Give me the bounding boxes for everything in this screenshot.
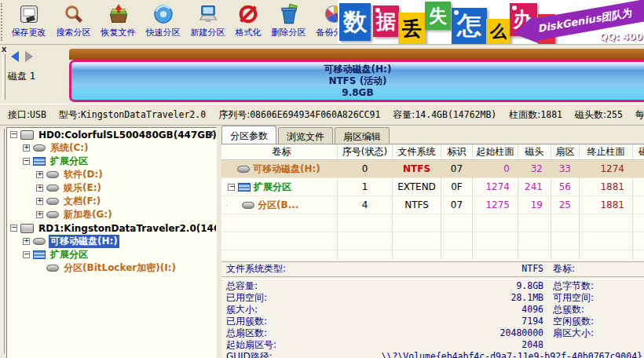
tab-browse-files[interactable]: 浏览文件 bbox=[278, 127, 333, 144]
tab-partition-params[interactable]: 分区参数 bbox=[221, 126, 276, 144]
ad-banner[interactable]: 数 据 丢 失 怎 么 办 ! DiskGenius团队为 QQ: 400 bbox=[338, 0, 644, 44]
col-filesystem[interactable]: 文件系统 bbox=[393, 144, 441, 159]
detail-label: 空闲簇数: bbox=[553, 316, 594, 327]
info-label: 容量: bbox=[393, 109, 415, 120]
collapse-icon[interactable] bbox=[23, 251, 30, 258]
col-end-cyl[interactable]: 终止柱面 bbox=[580, 144, 633, 159]
tree-item-extended[interactable]: 扩展分区 bbox=[7, 155, 216, 168]
quick-partition-button[interactable]: 快速分区 bbox=[141, 0, 185, 44]
info-value: 1881 bbox=[540, 109, 562, 120]
tree-item-bitlocker-i[interactable]: 分区(BitLocker加密)(I:) bbox=[7, 261, 216, 275]
tab-strip: 分区参数 浏览文件 扇区编辑 bbox=[221, 127, 644, 144]
panel-grip[interactable] bbox=[2, 54, 5, 100]
banner-tile: 数 bbox=[339, 3, 371, 41]
partition-table: 卷标 序号(状态) 文件系统 标识 起始柱面 磁头 扇区 终止柱面 磁头 可移动… bbox=[221, 144, 644, 260]
toolbar-button-label: 新建分区 bbox=[191, 27, 225, 38]
extended-partition-icon bbox=[33, 157, 46, 166]
tree-item-system-c[interactable]: 系统(C:) bbox=[7, 141, 216, 155]
volume-icon bbox=[242, 202, 254, 209]
partition-bar-h[interactable]: 可移动磁盘(H:) NTFS (活动) 9.8GB bbox=[69, 60, 644, 102]
search-partition-button[interactable]: 搜索分区 bbox=[51, 0, 96, 44]
table-row[interactable]: 可移动磁盘(H:) 0 NTFS 07 0 32 33 1274 bbox=[221, 160, 644, 178]
partition-size: 9.8GB bbox=[342, 87, 373, 99]
volume-icon bbox=[46, 198, 59, 205]
toolbar-button-label: 删除分区 bbox=[272, 27, 306, 38]
banner-tile: 丢 bbox=[398, 13, 426, 44]
banner-tile: 据 bbox=[373, 5, 399, 37]
col-end-head[interactable]: 磁头 bbox=[633, 144, 644, 159]
detail-label: 总容量: bbox=[226, 280, 258, 292]
partition-name: 可移动磁盘(H:) bbox=[324, 64, 392, 75]
detail-label: 可用空间: bbox=[553, 292, 594, 304]
info-value: 08606E694934F060A826CC91 bbox=[250, 109, 380, 120]
panel-grip[interactable] bbox=[2, 129, 5, 353]
col-start-head[interactable]: 磁头 bbox=[518, 144, 551, 159]
tree-item-docs-f[interactable]: 文档(F:) bbox=[7, 195, 216, 208]
save-changes-button[interactable]: 保存更改 bbox=[6, 0, 51, 44]
table-row[interactable]: 扩展分区 1 EXTEND 0F 1274 241 56 1881 bbox=[221, 178, 644, 196]
toolbar-button-label: 快速分区 bbox=[146, 27, 181, 38]
recover-files-button[interactable]: 恢复文件 bbox=[96, 0, 141, 44]
toolbar-grip[interactable] bbox=[1, 3, 5, 41]
detail-label: 卷标: bbox=[553, 262, 575, 276]
close-icon[interactable]: x bbox=[209, 129, 214, 137]
tree-elbow bbox=[226, 205, 242, 206]
volume-icon bbox=[237, 166, 250, 173]
disk-header-bar[interactable] bbox=[69, 49, 644, 60]
detail-label: 起始扇区号: bbox=[226, 339, 276, 351]
delete-partition-button[interactable]: 删除分区 bbox=[266, 0, 311, 44]
hdd-icon bbox=[20, 224, 34, 233]
col-start-cyl[interactable]: 起始柱面 bbox=[473, 144, 518, 159]
table-row[interactable]: 分区(B... 4 NTFS 07 1275 19 25 1881 bbox=[221, 196, 644, 214]
disk-label: 磁盘 1 bbox=[8, 70, 35, 83]
col-index-status[interactable]: 序号(状态) bbox=[338, 144, 393, 159]
recover-files-icon bbox=[108, 3, 130, 25]
format-button[interactable]: 格式化 bbox=[230, 0, 266, 44]
expand-icon[interactable] bbox=[23, 144, 30, 152]
info-value: 255 bbox=[606, 109, 623, 120]
prev-disk-icon[interactable] bbox=[11, 51, 19, 62]
collapse-icon[interactable] bbox=[10, 131, 17, 138]
banner-tile: 么 bbox=[486, 19, 510, 44]
tree-item-removable-h[interactable]: 可移动磁盘(H:) bbox=[7, 235, 216, 248]
tree-item-hd0[interactable]: HD0:ColorfulSL500480GB(447GB) bbox=[7, 128, 216, 141]
expand-icon[interactable] bbox=[36, 171, 43, 178]
right-panel: 分区参数 浏览文件 扇区编辑 卷标 序号(状态) 文件系统 标识 起始柱面 磁头… bbox=[221, 126, 644, 358]
table-empty-row bbox=[221, 250, 644, 260]
detail-label: 总扇区数: bbox=[226, 327, 267, 339]
tab-sector-edit[interactable]: 扇区编辑 bbox=[335, 127, 390, 144]
info-label: 序列号: bbox=[218, 109, 250, 120]
detail-value: \\?\Volume{eb4abf4c-d9a7-11e9-b92f-40b07… bbox=[382, 351, 642, 358]
tree-panel: x HD0:ColorfulSL500480GB(447GB) 系统(C:) 扩… bbox=[0, 126, 218, 358]
tree-item-newvol-g[interactable]: 新加卷(G:) bbox=[7, 208, 216, 221]
toolbar: 保存更改 搜索分区 恢复文件 快速分区 新建分区 格式化 删除分区 备份分区 bbox=[0, 0, 644, 45]
detail-label: 已用空间: bbox=[226, 292, 267, 304]
info-label: 磁头数: bbox=[575, 109, 606, 120]
next-disk-icon[interactable] bbox=[25, 51, 33, 62]
format-icon bbox=[237, 3, 259, 25]
new-partition-button[interactable]: 新建分区 bbox=[185, 0, 230, 44]
expand-icon[interactable] bbox=[36, 211, 43, 218]
collapse-icon[interactable] bbox=[10, 225, 17, 232]
detail-label: 总簇数: bbox=[553, 304, 584, 316]
detail-value: 28.1MB bbox=[510, 292, 543, 304]
detail-value: 2048 bbox=[521, 339, 543, 351]
info-value: 14.4GB(14762MB) bbox=[415, 109, 496, 120]
expand-icon[interactable] bbox=[36, 184, 43, 192]
col-start-sector[interactable]: 扇区 bbox=[551, 144, 580, 159]
detail-value: 7194 bbox=[521, 316, 543, 327]
close-icon[interactable]: x bbox=[2, 45, 6, 53]
col-volume-label[interactable]: 卷标 bbox=[221, 144, 338, 159]
tree-item-software-d[interactable]: 软件(D:) bbox=[7, 168, 216, 181]
tree-item-media-e[interactable]: 娱乐(E:) bbox=[7, 181, 216, 195]
expand-icon[interactable] bbox=[23, 238, 30, 245]
volume-icon bbox=[46, 171, 59, 178]
disk-info-bar: 接口:USB 型号:KingstonDataTraveler2.0 序列号:08… bbox=[0, 104, 644, 126]
collapse-icon[interactable] bbox=[23, 158, 30, 165]
tree-item-rd1[interactable]: RD1:KingstonDataTraveler2.0(14GB bbox=[7, 221, 216, 235]
tree-item-extended-2[interactable]: 扩展分区 bbox=[7, 248, 216, 261]
volume-icon bbox=[46, 184, 59, 192]
expand-icon[interactable] bbox=[36, 198, 43, 205]
col-id[interactable]: 标识 bbox=[441, 144, 473, 159]
collapse-icon[interactable] bbox=[228, 184, 235, 191]
